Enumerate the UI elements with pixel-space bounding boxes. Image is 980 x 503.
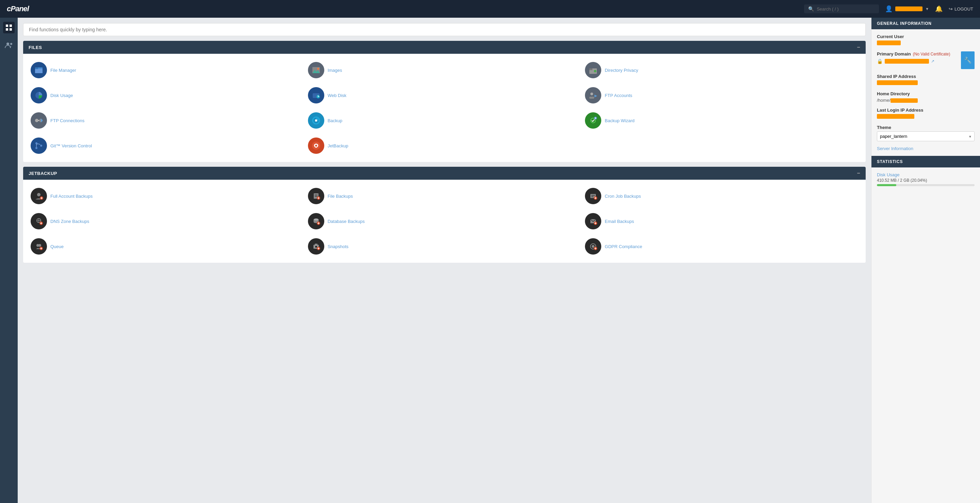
list-item[interactable]: GDPR Compliance <box>583 236 860 257</box>
main-layout: FILES − File Manager <box>0 18 980 503</box>
svg-rect-0 <box>6 24 8 27</box>
theme-select-wrapper[interactable]: paper_lantern <box>877 131 975 141</box>
file-backups-label: File Backups <box>328 194 353 199</box>
primary-domain-section: Primary Domain (No Valid Certificate) 🔒 … <box>877 51 975 69</box>
home-dir-bar <box>891 98 918 103</box>
ftp-connections-icon <box>30 112 47 129</box>
list-item[interactable]: Git™ Version Control <box>29 135 306 156</box>
user-dropdown-arrow[interactable]: ▼ <box>925 7 929 11</box>
svg-point-76 <box>38 244 41 247</box>
quick-find-input[interactable] <box>23 23 865 36</box>
svg-point-14 <box>594 70 596 72</box>
queue-icon <box>30 238 47 255</box>
list-item[interactable]: Directory Privacy <box>583 59 860 81</box>
list-item[interactable]: Cron Job Backups <box>583 185 860 207</box>
disk-usage-bar-fill <box>877 184 896 186</box>
theme-select[interactable]: paper_lantern <box>877 131 975 141</box>
username-badge <box>895 6 923 11</box>
list-item[interactable]: Database Backups <box>306 210 583 232</box>
svg-point-11 <box>317 68 319 70</box>
svg-rect-19 <box>589 97 594 99</box>
full-account-backups-label: Full Account Backups <box>50 194 92 199</box>
search-icon: 🔍 <box>808 6 814 11</box>
backup-label: Backup <box>328 118 342 123</box>
files-collapse-btn[interactable]: − <box>857 44 860 50</box>
list-item[interactable]: Images <box>306 59 583 81</box>
jetbackup-section-header: JETBACKUP − <box>23 167 865 180</box>
svg-marker-24 <box>41 118 43 123</box>
svg-point-4 <box>6 43 9 45</box>
directory-privacy-icon <box>585 62 601 78</box>
backup-icon <box>308 112 324 129</box>
file-backups-icon <box>308 188 324 204</box>
list-item[interactable]: Disk Usage <box>29 84 306 106</box>
primary-domain-warn: (No Valid Certificate) <box>913 52 950 56</box>
file-manager-icon <box>30 62 47 78</box>
list-item[interactable]: JetBackup <box>306 135 583 156</box>
home-dir-row: Home Directory /home/ <box>877 91 975 103</box>
database-backups-icon <box>308 213 324 229</box>
list-item[interactable]: Backup <box>306 110 583 131</box>
database-backups-label: Database Backups <box>328 219 365 224</box>
external-link-icon[interactable]: ↗ <box>931 59 934 64</box>
cpanel-logo: cPanel <box>7 5 29 13</box>
logout-button[interactable]: ↪ LOGOUT <box>949 6 973 11</box>
snapshots-icon <box>308 238 324 255</box>
logout-icon: ↪ <box>949 6 953 11</box>
list-item[interactable]: FTP Connections <box>29 110 306 131</box>
wrench-button[interactable]: 🔧 <box>961 51 975 69</box>
backup-wizard-label: Backup Wizard <box>605 118 634 123</box>
list-item[interactable]: Snapshots <box>306 236 583 257</box>
dns-zone-backups-label: DNS Zone Backups <box>50 219 89 224</box>
jetbackup-icon <box>308 137 324 154</box>
svg-rect-2 <box>6 28 8 31</box>
list-item[interactable]: Full Account Backups <box>29 185 306 207</box>
search-bar[interactable]: 🔍 <box>804 5 879 13</box>
svg-point-65 <box>314 218 318 221</box>
disk-usage-stat-label[interactable]: Disk Usage <box>877 172 975 177</box>
images-label: Images <box>328 68 342 73</box>
snapshots-label: Snapshots <box>328 244 348 249</box>
list-item[interactable]: DNS Zone Backups <box>29 210 306 232</box>
bell-icon[interactable]: 🔔 <box>935 5 943 13</box>
list-item[interactable]: Web Disk <box>306 84 583 106</box>
disk-usage-stat-value: 410.52 MB / 2 GB (20.04%) <box>877 178 975 183</box>
topnav: cPanel 🔍 👤 ▼ 🔔 ↪ LOGOUT <box>0 0 980 18</box>
sidebar-item-users[interactable] <box>3 40 14 51</box>
user-icon: 👤 <box>885 5 892 13</box>
shared-ip-label: Shared IP Address <box>877 74 975 79</box>
content-area: FILES − File Manager <box>18 18 871 503</box>
theme-label: Theme <box>877 125 975 130</box>
topnav-right: 🔍 👤 ▼ 🔔 ↪ LOGOUT <box>804 5 973 13</box>
list-item[interactable]: Backup Wizard <box>583 110 860 131</box>
list-item[interactable]: FTP Accounts <box>583 84 860 106</box>
list-item[interactable]: File Backups <box>306 185 583 207</box>
list-item[interactable]: Email Backups <box>583 210 860 232</box>
jetbackup-label: JetBackup <box>328 143 348 148</box>
svg-point-38 <box>37 193 40 196</box>
shared-ip-value <box>877 80 918 85</box>
dns-zone-backups-icon <box>30 213 47 229</box>
home-dir-value: /home/ <box>877 98 975 103</box>
cron-job-backups-icon <box>585 188 601 204</box>
list-item[interactable]: File Manager <box>29 59 306 81</box>
svg-rect-8 <box>35 67 38 69</box>
svg-point-36 <box>315 145 317 147</box>
web-disk-icon <box>308 87 324 103</box>
files-section-body: File Manager Images <box>23 54 865 162</box>
shared-ip-row: Shared IP Address <box>877 74 975 86</box>
disk-usage-label: Disk Usage <box>50 93 73 98</box>
list-item[interactable]: Queue <box>29 236 306 257</box>
svg-rect-82 <box>315 244 318 245</box>
general-info-body: Current User Primary Domain (No Valid Ce… <box>872 29 980 156</box>
svg-point-89 <box>592 245 595 248</box>
search-input[interactable] <box>817 6 875 11</box>
queue-label: Queue <box>50 244 64 249</box>
sidebar-item-grid[interactable] <box>3 22 14 33</box>
primary-domain-row: Primary Domain (No Valid Certificate) 🔒 … <box>877 51 975 69</box>
jetbackup-collapse-btn[interactable]: − <box>857 170 860 176</box>
svg-rect-3 <box>10 28 12 31</box>
server-information-link[interactable]: Server Information <box>877 146 975 151</box>
svg-rect-1 <box>10 24 12 27</box>
home-dir-label: Home Directory <box>877 91 975 96</box>
